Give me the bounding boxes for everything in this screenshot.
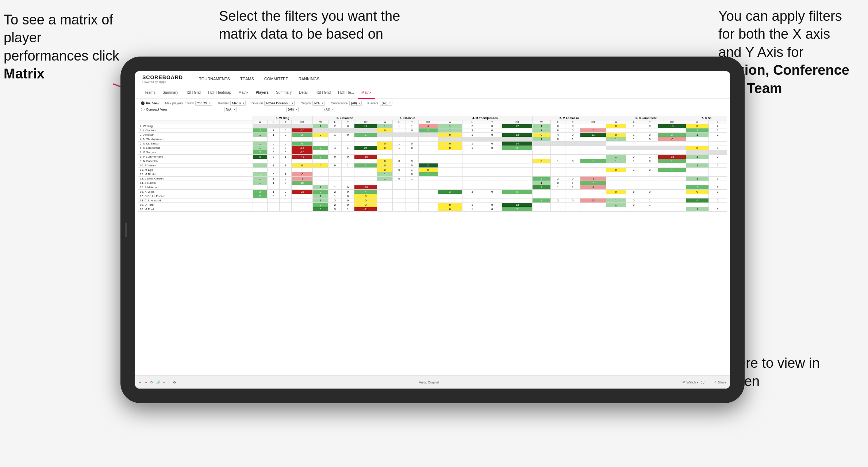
matrix-cell: 1 (532, 137, 550, 142)
table-row: 10. B Valdes111000110101111 (138, 163, 727, 168)
matrix-cell: 1 (377, 177, 393, 181)
matrix-cell: 1 (686, 177, 708, 181)
matrix-cell: 1 (253, 133, 267, 137)
matrix-cell (393, 198, 406, 203)
sub-tab-summary2[interactable]: Summary (272, 87, 295, 99)
sub-h-t6: T (642, 120, 658, 124)
row-label: 15. P Maichon (138, 185, 253, 190)
matrix-cell (708, 194, 727, 198)
toolbar-redo[interactable]: ↪ (145, 381, 147, 384)
matrix-cell: 2 (418, 128, 438, 133)
filter-conference-select[interactable]: (All) (349, 101, 362, 106)
toolbar-share[interactable]: ↗ Share (714, 381, 726, 384)
matrix-cell: 1 (253, 172, 267, 177)
nav-teams[interactable]: TEAMS (235, 71, 259, 87)
matrix-cell (354, 181, 377, 185)
toolbar-refresh[interactable]: ⟳ (150, 381, 153, 384)
filter-division-wrap[interactable]: NCAA Division I (264, 101, 295, 106)
col-header-5: 5. M La Sasso (532, 116, 606, 120)
matrix-cell (686, 142, 708, 146)
toolbar-zoom-in[interactable]: + (168, 381, 170, 384)
matrix-cell: 1 (606, 155, 626, 159)
toolbar-more[interactable]: ⋯ (707, 381, 711, 384)
toolbar-watch[interactable]: 👁 Watch ▾ (682, 381, 698, 384)
matrix-cell: 1 (329, 133, 341, 137)
filter-conference-wrap[interactable]: (All) (349, 101, 362, 106)
filter-compact-view[interactable]: Compact View (141, 108, 167, 111)
matrix-cell (329, 168, 341, 172)
toolbar-settings[interactable]: ⚙ (173, 381, 176, 384)
sub-tab-teams[interactable]: Teams (141, 87, 159, 99)
matrix-cell (418, 177, 438, 181)
filter-conference2-wrap[interactable]: (All) (286, 107, 299, 112)
filter-full-view[interactable]: Full View (141, 101, 159, 105)
filter-players-select[interactable]: (All) (380, 101, 392, 106)
sub-tab-detail[interactable]: Detail (295, 87, 312, 99)
matrix-cell (462, 159, 482, 163)
filter-max-players-wrap[interactable]: Top 25 (195, 101, 212, 106)
filter-region2-select[interactable]: N/A (224, 107, 237, 112)
matrix-cell (292, 137, 313, 142)
matrix-cell (354, 150, 377, 155)
toolbar-expand[interactable]: ⛶ (701, 381, 704, 384)
filter-players2-select[interactable]: (All) (323, 107, 335, 112)
matrix-cell: 1 (626, 124, 642, 128)
matrix-cell: 1 (393, 172, 406, 177)
sub-h-l5: L (550, 120, 565, 124)
filter-region2-wrap[interactable]: N/A (224, 107, 237, 112)
filter-max-players-select[interactable]: Top 25 (195, 101, 212, 106)
filter-conference2-select[interactable]: (All) (286, 107, 299, 112)
filter-gender-select[interactable]: Men's (230, 101, 246, 106)
matrix-cell: 1 (393, 146, 406, 150)
matrix-cell: 1 (393, 163, 406, 168)
annotation-matrix: To see a matrix of player performances c… (4, 11, 128, 83)
matrix-cell (550, 172, 565, 177)
sub-tab-h2h-grid[interactable]: H2H Grid (182, 87, 204, 99)
matrix-cell: -6 (658, 137, 686, 142)
matrix-cell: 2 (253, 190, 267, 194)
filter-region-select[interactable]: N/A (312, 101, 325, 106)
sub-h-l6: L (626, 120, 642, 124)
filter-players2-wrap[interactable]: (All) (323, 107, 335, 112)
matrix-cell (393, 137, 406, 142)
toolbar-zoom-out[interactable]: − (163, 381, 165, 384)
filter-region-wrap[interactable]: N/A (312, 101, 325, 106)
filter-players-wrap[interactable]: (All) (380, 101, 392, 106)
matrix-cell: 0 (482, 128, 502, 133)
sub-tab-h2h-grid2[interactable]: H2H Grid (312, 87, 335, 99)
row-label: 9. N Gabrelcik (138, 159, 253, 163)
row-label: 10. B Valdes (138, 163, 253, 168)
matrix-cell: 0 (438, 146, 462, 150)
filter-division-select[interactable]: NCAA Division I (264, 101, 295, 106)
nav-rankings[interactable]: RANKINGS (293, 71, 324, 87)
toolbar-undo[interactable]: ↩ (139, 381, 142, 384)
nav-committee[interactable]: COMMITTEE (259, 71, 293, 87)
sub-tab-matrix2[interactable]: Matrix (358, 87, 375, 99)
matrix-cell (502, 172, 532, 177)
toolbar-link[interactable]: 🔗 (156, 381, 160, 384)
matrix-cell: 1 (268, 181, 280, 185)
sub-tab-h2h-he[interactable]: H2H He... (334, 87, 358, 99)
matrix-cell (606, 177, 626, 181)
sub-tab-players[interactable]: Players (252, 87, 273, 99)
matrix-cell: 1 (642, 198, 658, 203)
filter-compact-view-label: Compact View (146, 108, 167, 111)
matrix-cell: 0 (312, 163, 329, 168)
sub-tab-matrix1[interactable]: Matrix (235, 87, 252, 99)
matrix-cell: -25 (292, 190, 313, 194)
matrix-cell (642, 142, 658, 146)
matrix-cell (312, 137, 329, 142)
matrix-cell (502, 177, 532, 181)
filter-gender-wrap[interactable]: Men's (230, 101, 246, 106)
matrix-cell: 5 (626, 190, 642, 194)
nav-tournaments[interactable]: TOURNAMENTS (194, 71, 235, 87)
matrix-cell: 0 (532, 159, 550, 163)
matrix-cell: 1 (341, 146, 354, 150)
matrix-cell: 1 (532, 181, 550, 185)
sub-tab-h2h-heatmap[interactable]: H2H Heatmap (204, 87, 235, 99)
matrix-area[interactable]: 1. W Ding 2. L Clanton 3. J Koivun 4. M … (135, 114, 730, 375)
matrix-cell (438, 185, 462, 190)
matrix-cell: 0 (482, 146, 502, 150)
sub-tab-summary1[interactable]: Summary (159, 87, 182, 99)
table-row: 16. K Vilips210-252204330805001 (138, 190, 727, 194)
